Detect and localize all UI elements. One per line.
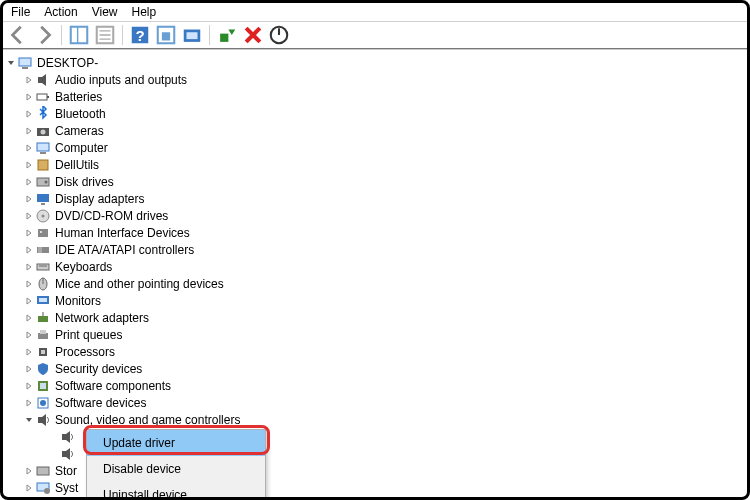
battery-icon: [35, 89, 51, 105]
uninstall-button[interactable]: [242, 24, 264, 46]
svg-rect-46: [41, 350, 45, 354]
caret-right-icon[interactable]: [23, 295, 35, 307]
tree-category[interactable]: Cameras: [5, 122, 745, 139]
caret-right-icon[interactable]: [23, 227, 35, 239]
svg-rect-53: [62, 451, 66, 457]
svg-rect-52: [62, 434, 66, 440]
tree-root[interactable]: DESKTOP-: [5, 54, 745, 71]
caret-down-icon[interactable]: [5, 57, 17, 69]
caret-right-icon[interactable]: [23, 465, 35, 477]
caret-right-icon[interactable]: [23, 380, 35, 392]
menu-action[interactable]: Action: [44, 5, 77, 19]
menubar: File Action View Help: [3, 3, 747, 21]
tree-category-label: Bluetooth: [55, 107, 106, 121]
update-driver-button[interactable]: [216, 24, 238, 46]
tree-category[interactable]: Computer: [5, 139, 745, 156]
swcomp-icon: [35, 378, 51, 394]
svg-rect-54: [37, 467, 49, 475]
context-menu: Update driver Disable device Uninstall d…: [86, 429, 266, 500]
disable-button[interactable]: [268, 24, 290, 46]
help-button[interactable]: ?: [129, 24, 151, 46]
toolbar-divider: [209, 25, 210, 45]
caret-right-icon[interactable]: [23, 397, 35, 409]
caret-right-icon[interactable]: [23, 91, 35, 103]
tree-category-label: Audio inputs and outputs: [55, 73, 187, 87]
tree-category[interactable]: Human Interface Devices: [5, 224, 745, 241]
svg-rect-21: [37, 143, 49, 151]
bluetooth-icon: [35, 106, 51, 122]
camera-icon: [35, 123, 51, 139]
caret-down-icon[interactable]: [23, 414, 35, 426]
toolbar: ?: [3, 21, 747, 50]
menu-help[interactable]: Help: [132, 5, 157, 19]
menu-file[interactable]: File: [11, 5, 30, 19]
svg-rect-31: [40, 231, 42, 233]
tree-category-label: Print queues: [55, 328, 122, 342]
speaker-icon: [35, 72, 51, 88]
caret-right-icon[interactable]: [23, 482, 35, 494]
menu-view[interactable]: View: [92, 5, 118, 19]
caret-right-icon[interactable]: [23, 108, 35, 120]
caret-right-icon[interactable]: [23, 176, 35, 188]
tree-category[interactable]: Security devices: [5, 360, 745, 377]
caret-right-icon[interactable]: [23, 312, 35, 324]
tree-category[interactable]: Software devices: [5, 394, 745, 411]
caret-right-icon[interactable]: [23, 74, 35, 86]
caret-right-icon[interactable]: [23, 210, 35, 222]
mouse-icon: [35, 276, 51, 292]
tree-category[interactable]: Batteries: [5, 88, 745, 105]
svg-rect-15: [22, 67, 28, 69]
tree-category[interactable]: Software components: [5, 377, 745, 394]
caret-right-icon[interactable]: [23, 125, 35, 137]
device-tree[interactable]: DESKTOP- Audio inputs and outputsBatteri…: [3, 50, 747, 500]
tree-category[interactable]: DVD/CD-ROM drives: [5, 207, 745, 224]
tree-category[interactable]: Sound, video and game controllers: [5, 411, 745, 428]
display-icon: [35, 191, 51, 207]
scan-button[interactable]: [181, 24, 203, 46]
tree-category[interactable]: DellUtils: [5, 156, 745, 173]
svg-rect-30: [38, 229, 48, 237]
svg-rect-18: [47, 96, 49, 98]
svg-rect-26: [37, 194, 49, 202]
tree-category[interactable]: Processors: [5, 343, 745, 360]
ctx-uninstall-device[interactable]: Uninstall device: [87, 482, 265, 500]
tree-category-label: Software devices: [55, 396, 146, 410]
caret-right-icon[interactable]: [23, 159, 35, 171]
monitor-icon: [35, 293, 51, 309]
properties-button[interactable]: [94, 24, 116, 46]
tree-category[interactable]: Print queues: [5, 326, 745, 343]
tree-category[interactable]: Mice and other pointing devices: [5, 275, 745, 292]
caret-right-icon[interactable]: [23, 278, 35, 290]
ctx-disable-device[interactable]: Disable device: [87, 456, 265, 482]
caret-right-icon[interactable]: [23, 193, 35, 205]
back-button[interactable]: [7, 24, 29, 46]
tree-category-label: Network adapters: [55, 311, 149, 325]
tree-category[interactable]: Disk drives: [5, 173, 745, 190]
tree-category[interactable]: Bluetooth: [5, 105, 745, 122]
ctx-update-driver[interactable]: Update driver: [87, 430, 265, 456]
show-hide-button[interactable]: [68, 24, 90, 46]
tree-category-label: Monitors: [55, 294, 101, 308]
caret-right-icon[interactable]: [23, 346, 35, 358]
tree-category[interactable]: Monitors: [5, 292, 745, 309]
ide-icon: [35, 242, 51, 258]
caret-right-icon[interactable]: [23, 142, 35, 154]
tree-category[interactable]: Display adapters: [5, 190, 745, 207]
forward-button[interactable]: [33, 24, 55, 46]
action-button[interactable]: [155, 24, 177, 46]
cpu-icon: [35, 344, 51, 360]
tree-category-label: Processors: [55, 345, 115, 359]
caret-right-icon[interactable]: [23, 244, 35, 256]
svg-rect-40: [39, 298, 47, 302]
caret-right-icon[interactable]: [23, 363, 35, 375]
tree-category[interactable]: Network adapters: [5, 309, 745, 326]
tree-category[interactable]: IDE ATA/ATAPI controllers: [5, 241, 745, 258]
caret-right-icon[interactable]: [23, 261, 35, 273]
tree-category-label: Sound, video and game controllers: [55, 413, 240, 427]
svg-point-29: [42, 214, 45, 217]
security-icon: [35, 361, 51, 377]
svg-rect-41: [38, 316, 48, 322]
tree-category[interactable]: Audio inputs and outputs: [5, 71, 745, 88]
tree-category[interactable]: Keyboards: [5, 258, 745, 275]
caret-right-icon[interactable]: [23, 329, 35, 341]
